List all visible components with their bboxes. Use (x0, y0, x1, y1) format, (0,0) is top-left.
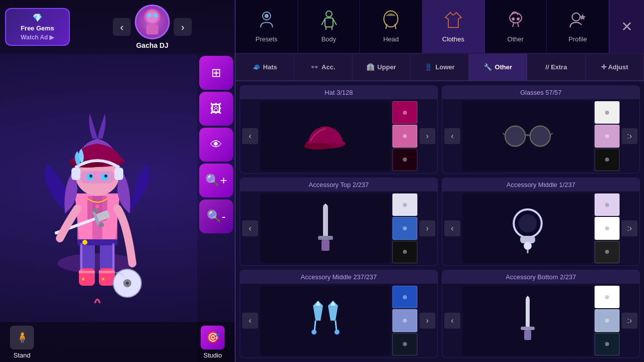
eye-view-button[interactable]: 👁 (199, 128, 233, 162)
sub-other-label: Other (495, 63, 512, 71)
acc-mid1-color-2[interactable] (595, 217, 620, 239)
svg-point-14 (89, 175, 92, 178)
acc-mid1-prev-button[interactable]: ‹ (444, 220, 460, 236)
acc-mid237-section: Accessory Middle 237/237 ‹ (240, 270, 438, 358)
sub-tab-extra[interactable]: // Extra (527, 54, 586, 80)
zoom-out-button[interactable]: 🔍- (199, 199, 233, 233)
acc-mid237-color-2[interactable] (392, 309, 417, 332)
svg-rect-42 (325, 18, 333, 27)
acc-bot-color-1[interactable] (595, 286, 620, 308)
hat-color-3[interactable] (392, 149, 417, 171)
acc-mid237-next-button[interactable]: › (419, 313, 435, 329)
sub-tab-lower[interactable]: 👖 Lower (411, 54, 469, 80)
hat-next-button[interactable]: › (419, 128, 435, 144)
svg-text:★: ★ (81, 276, 85, 282)
prev-character-button[interactable]: ‹ (113, 18, 131, 36)
svg-rect-78 (526, 298, 530, 331)
bottom-controls: 🧍 Stand 🎯 Studio (0, 322, 235, 362)
top-nav: Presets Body (236, 0, 644, 54)
lower-icon: 👖 (424, 63, 432, 71)
acc-mid1-color-3[interactable] (595, 241, 620, 263)
tab-head[interactable]: Head (360, 0, 422, 53)
tab-other[interactable]: Other (485, 0, 547, 53)
acc-bot-color-2[interactable] (595, 309, 620, 332)
stand-icon: 🧍 (10, 326, 34, 350)
glasses-prev-button[interactable]: ‹ (444, 128, 460, 144)
right-panel: Presets Body (235, 0, 644, 362)
acc-mid1-color-selector (595, 193, 620, 263)
sub-tab-hats[interactable]: 🧢 Hats (236, 54, 294, 80)
acc-mid237-item-display (260, 286, 390, 356)
hat-color-1[interactable] (392, 101, 417, 124)
sub-tab-acc[interactable]: 👓 Acc. (294, 54, 352, 80)
acc-bot-section-header: Accessory Bottom 2/237 (442, 270, 640, 284)
stand-button[interactable]: 🧍 Stand (10, 326, 34, 359)
acc-mid237-color-3[interactable] (392, 333, 417, 356)
acc-top-color-2[interactable] (392, 217, 417, 239)
glasses-color-2[interactable] (595, 125, 620, 147)
studio-button[interactable]: 🎯 Studio (201, 326, 225, 359)
acc-mid1-next-button[interactable]: :› (622, 220, 638, 236)
clothes-icon (444, 10, 462, 32)
top-bar: 💎 Free Gems Watch Ad ▶ ‹ Gacha DJ › (0, 0, 235, 54)
head-icon (382, 10, 400, 32)
hats-icon: 🧢 (252, 63, 260, 71)
acc-bot-prev-button[interactable]: ‹ (444, 313, 460, 329)
free-gems-button[interactable]: 💎 Free Gems Watch Ad ▶ (5, 8, 70, 46)
acc-top-section-header: Accessory Top 2/237 (240, 178, 437, 191)
clothes-label: Clothes (442, 35, 464, 43)
svg-point-60 (506, 127, 524, 145)
gem-icon: 💎 (32, 13, 42, 22)
studio-label: Studio (204, 352, 222, 359)
svg-line-74 (315, 321, 316, 331)
studio-icon: 🎯 (201, 326, 225, 350)
acc-mid237-color-1[interactable] (392, 286, 417, 308)
sub-tab-upper[interactable]: 👔 Upper (352, 54, 411, 80)
acc-top-color-1[interactable] (392, 193, 417, 216)
extra-label: // Extra (546, 63, 567, 71)
grid-view-button[interactable]: ⊞ (199, 56, 233, 90)
svg-line-53 (513, 23, 514, 27)
acc-top-next-button[interactable]: › (419, 220, 435, 236)
acc-bot-next-button[interactable]: :› (622, 313, 638, 329)
zoom-in-icon: 🔍+ (205, 174, 227, 187)
tab-profile[interactable]: Profile (547, 0, 609, 53)
glasses-section: Glasses 57/57 ‹ (442, 85, 640, 174)
acc-top-color-3[interactable] (392, 241, 417, 263)
tab-clothes[interactable]: Clothes (422, 0, 485, 53)
zoom-in-button[interactable]: 🔍+ (199, 164, 233, 197)
svg-point-40 (265, 14, 269, 18)
svg-point-57 (304, 143, 332, 150)
acc-icon: 👓 (311, 63, 319, 71)
profile-icon (569, 10, 587, 32)
close-button[interactable]: ✕ (609, 0, 644, 53)
tab-presets[interactable]: Presets (236, 0, 298, 53)
acc-mid1-color-1[interactable] (595, 193, 620, 216)
glasses-color-3[interactable] (595, 149, 620, 171)
svg-line-76 (335, 321, 336, 331)
glasses-next-button[interactable]: :› (622, 128, 638, 144)
body-label: Body (322, 35, 336, 43)
next-character-button[interactable]: › (174, 18, 192, 36)
hat-color-2[interactable] (392, 125, 417, 147)
sub-tab-other[interactable]: 🔧 Other (469, 54, 527, 80)
hat-prev-button[interactable]: ‹ (242, 128, 258, 144)
acc-mid237-prev-button[interactable]: ‹ (242, 313, 258, 329)
acc-bot-color-3[interactable] (595, 333, 620, 356)
head-label: Head (383, 35, 399, 43)
svg-point-61 (531, 127, 549, 145)
acc-top-section-body: ‹ › (240, 191, 437, 265)
watch-ad-label: Watch Ad ▶ (21, 34, 54, 41)
svg-point-70 (519, 214, 537, 232)
svg-point-52 (517, 17, 520, 20)
acc-top-prev-button[interactable]: ‹ (242, 220, 258, 236)
acc-top-section: Accessory Top 2/237 ‹ (240, 178, 438, 266)
hat-item-display (260, 101, 390, 171)
glasses-color-1[interactable] (595, 101, 620, 124)
sub-tab-adjust[interactable]: ✛ Adjust (586, 54, 644, 80)
tab-body[interactable]: Body (298, 0, 360, 53)
image-view-button[interactable]: 🖼 (199, 92, 233, 126)
acc-mid237-title: Accessory Middle 237/237 (245, 273, 432, 281)
svg-rect-67 (322, 240, 329, 251)
svg-line-54 (518, 23, 519, 27)
